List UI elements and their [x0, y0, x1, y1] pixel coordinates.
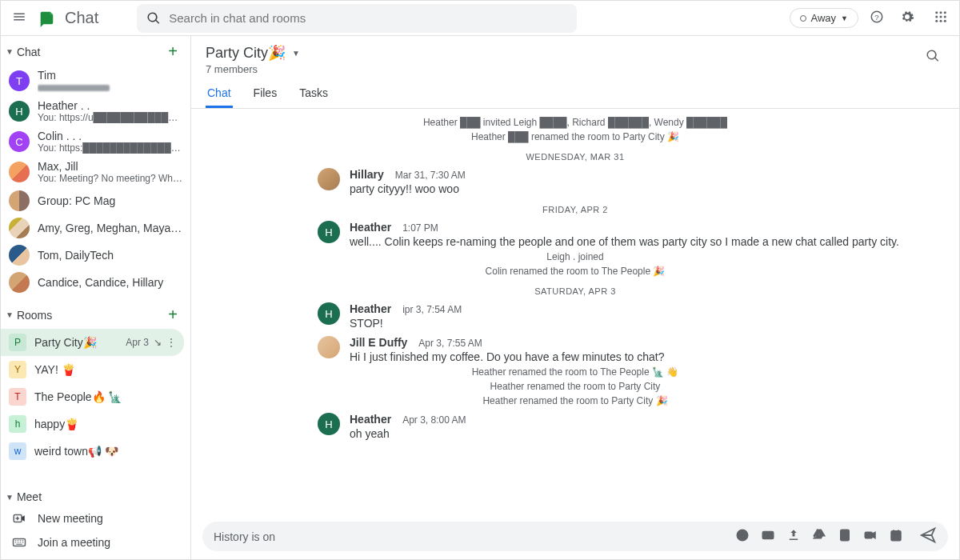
chat-item[interactable]: Amy, Greg, Meghan, Maya, randal... [1, 214, 190, 242]
reply-icon: ↘ [154, 337, 162, 348]
room-header: Party City🎉 ▼ 7 members [191, 36, 959, 75]
emoji-icon[interactable] [735, 528, 750, 545]
section-toggle-rooms[interactable]: ▼ Rooms [6, 309, 52, 322]
tab-tasks[interactable]: Tasks [298, 80, 330, 108]
room-item[interactable]: Y YAY! 🍟 [1, 356, 190, 383]
message: H HeatherApr 3, 8:00 AM oh yeah [206, 413, 945, 440]
search-bar[interactable] [137, 4, 577, 33]
status-button[interactable]: Away ▼ [790, 8, 858, 28]
chat-name: Group: PC Mag [38, 194, 182, 207]
date-divider: WEDNESDAY, MAR 31 [206, 152, 945, 162]
chat-item[interactable]: C Colin . . . You: https:███████████████… [1, 126, 190, 157]
avatar [9, 218, 30, 238]
menu-icon[interactable] [7, 5, 31, 31]
room-item[interactable]: h happy🍟 [1, 410, 190, 438]
calendar-icon[interactable] [889, 528, 903, 545]
tab-files[interactable]: Files [252, 80, 279, 108]
chat-name: Amy, Greg, Meghan, Maya, randal... [38, 222, 182, 234]
settings-icon[interactable] [895, 5, 919, 31]
svg-point-4 [944, 11, 946, 14]
room-avatar: h [9, 415, 26, 433]
chat-item[interactable]: T Tim [1, 66, 190, 96]
upload-icon[interactable] [786, 528, 801, 545]
compose-bar[interactable]: History is on GIF [202, 522, 948, 551]
app-title: Chat [65, 9, 98, 27]
caret-down-icon: ▼ [6, 493, 14, 502]
section-toggle-chat[interactable]: ▼ Chat [6, 46, 40, 58]
message: H Heatheripr 3, 7:54 AM STOP! [206, 302, 945, 330]
room-name: Party City🎉 [34, 336, 118, 349]
chat-preview: You: https:█████████████████4... [38, 142, 182, 154]
chat-item[interactable]: Max, Jill You: Meeting? No meeting? What… [1, 157, 190, 187]
svg-rect-19 [865, 532, 872, 538]
date-divider: FRIDAY, APR 2 [206, 205, 945, 214]
chat-item[interactable]: Candice, Candice, Hillary [1, 269, 190, 296]
svg-point-6 [940, 16, 942, 18]
gif-icon[interactable]: GIF [761, 528, 775, 545]
new-meeting-button[interactable]: New meeting [1, 506, 190, 530]
chat-item[interactable]: Tom, DailyTech [1, 242, 190, 269]
new-meeting-label: New meeting [38, 512, 103, 525]
chat-name: Heather . . [38, 99, 182, 112]
avatar [318, 336, 340, 358]
section-header-rooms: ▼ Rooms + [1, 299, 190, 329]
join-meeting-button[interactable]: Join a meeting [1, 530, 190, 554]
new-room-button[interactable]: + [163, 304, 182, 326]
section-title-meet: Meet [17, 490, 42, 503]
svg-point-10 [944, 20, 946, 22]
compose-placeholder: History is on [214, 530, 727, 543]
join-meeting-label: Join a meeting [38, 536, 110, 549]
room-avatar: Y [9, 361, 26, 378]
svg-point-8 [935, 20, 938, 22]
caret-down-icon: ▼ [6, 47, 14, 56]
room-search-icon[interactable] [921, 44, 945, 70]
system-event: Colin renamed the room to The People 🎉 [206, 266, 945, 277]
drive-icon[interactable] [812, 528, 826, 545]
avatar: T [9, 70, 30, 91]
section-toggle-meet[interactable]: ▼ Meet [6, 490, 42, 503]
document-icon[interactable] [838, 528, 852, 545]
section-header-meet: ▼ Meet [1, 486, 190, 506]
room-item[interactable]: P Party City🎉 Apr 3 ↘ ⋮ [1, 329, 184, 356]
main-content: Party City🎉 ▼ 7 members Chat Files Tasks… [191, 36, 959, 559]
sidebar: ▼ Chat + T Tim H Heather . . You: https:… [1, 36, 191, 559]
svg-point-2 [935, 11, 938, 14]
video-icon[interactable] [863, 528, 878, 545]
new-chat-button[interactable]: + [163, 41, 182, 62]
system-event: Leigh . joined [206, 251, 945, 262]
message-time: 1:07 PM [402, 222, 438, 234]
room-item[interactable]: T The People🔥 🗽 [1, 383, 190, 410]
room-avatar: P [9, 334, 26, 351]
message-author: Heather [350, 221, 391, 234]
chat-item[interactable]: H Heather . . You: https://u████████████… [1, 96, 190, 126]
system-event: Heather renamed the room to Party City 🎉 [206, 395, 945, 406]
help-icon[interactable]: ? [865, 5, 889, 31]
apps-grid-icon[interactable] [929, 5, 953, 31]
message-time: ipr 3, 7:54 AM [402, 304, 462, 315]
chat-item[interactable]: Group: PC Mag [1, 187, 190, 214]
more-icon[interactable]: ⋮ [166, 337, 176, 348]
app-root: Chat Away ▼ ? ▼ Chat [0, 0, 960, 560]
chat-name: Tim [38, 69, 182, 82]
system-event: Heather ███ invited Leigh ████, Richard … [206, 117, 945, 128]
avatar [9, 190, 30, 211]
avatar: C [9, 131, 30, 152]
send-icon[interactable] [919, 526, 937, 546]
system-event: Heather renamed the room to Party City [206, 381, 945, 392]
avatar [318, 168, 340, 190]
room-item[interactable]: w weird town📢 🐶 [1, 438, 190, 465]
room-name: weird town📢 🐶 [34, 445, 118, 458]
search-input[interactable] [169, 11, 567, 25]
room-name: happy🍟 [34, 418, 78, 430]
section-header-chat: ▼ Chat + [1, 36, 190, 66]
message-text: oh yeah [350, 427, 945, 440]
tab-chat[interactable]: Chat [206, 80, 233, 108]
caret-down-icon: ▼ [841, 14, 848, 22]
caret-down-icon: ▼ [6, 310, 14, 319]
status-indicator-icon [800, 15, 806, 22]
room-title[interactable]: Party City🎉 ▼ [206, 44, 921, 62]
message-list[interactable]: Heather ███ invited Leigh ████, Richard … [191, 109, 959, 517]
message-author: Heather [350, 302, 391, 315]
message-author: Hillary [350, 168, 384, 181]
avatar: H [318, 302, 340, 325]
